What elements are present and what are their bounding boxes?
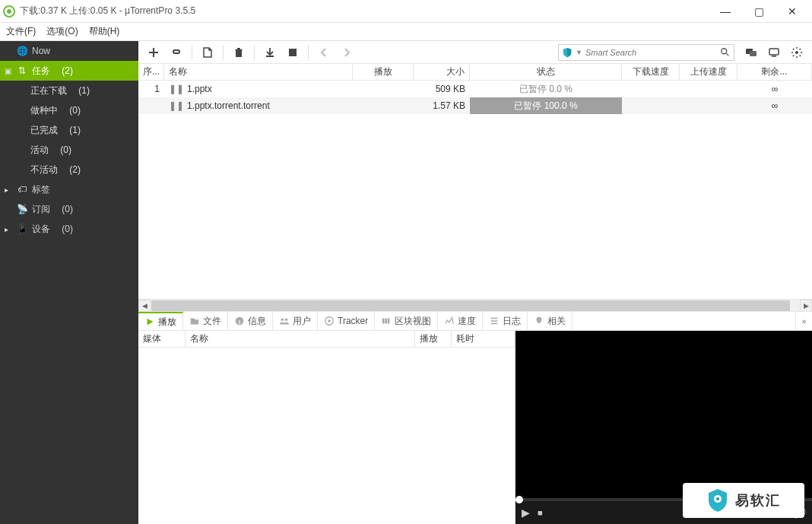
play-button[interactable]: ▶ <box>522 507 530 519</box>
svg-point-5 <box>795 51 798 54</box>
cell-play <box>353 97 414 114</box>
col-size[interactable]: 大小 <box>414 64 470 80</box>
sidebar-item-seeding[interactable]: 做种中 (0) <box>0 100 138 120</box>
menu-file[interactable]: 文件(F) <box>6 25 36 38</box>
cell-down <box>622 81 680 97</box>
tab-related[interactable]: 相关 <box>528 312 573 330</box>
col-media-name[interactable]: 名称 <box>186 331 415 347</box>
title-bar: 下载:0.37 K 上传:0.05 K - µTorrentPro 3.5.5 … <box>0 0 812 23</box>
sidebar-item-completed[interactable]: 已完成 (1) <box>0 120 138 140</box>
menu-help[interactable]: 帮助(H) <box>89 25 120 38</box>
tab-users[interactable]: 用户 <box>273 312 318 330</box>
media-list-body[interactable] <box>138 348 515 524</box>
chat-button[interactable] <box>741 43 762 62</box>
sidebar-item-active[interactable]: 活动 (0) <box>0 140 138 160</box>
sidebar-item-downloading[interactable]: 正在下载 (1) <box>0 81 138 100</box>
expand-icon: ▸ <box>5 186 12 194</box>
dropdown-icon[interactable]: ▼ <box>576 49 582 56</box>
search-box[interactable]: ▼ <box>558 44 734 61</box>
cell-num: 1 <box>138 81 164 97</box>
tab-pieces[interactable]: 区块视图 <box>375 312 438 330</box>
sidebar-item-devices[interactable]: ▸ 📱 设备 (0) <box>0 219 138 239</box>
col-eta[interactable]: 剩余... <box>737 64 812 80</box>
cell-status: 已暂停 0.0 % <box>470 81 622 97</box>
table-row[interactable]: ❚❚ 1.pptx.torrent.torrent 1.57 KB 已暂停 10… <box>138 97 812 114</box>
col-down-speed[interactable]: 下载速度 <box>622 64 680 80</box>
col-media-play[interactable]: 播放 <box>415 331 452 347</box>
tab-speed[interactable]: 速度 <box>438 312 483 330</box>
cell-name: ❚❚ 1.pptx <box>164 81 353 97</box>
sidebar: 🌐 Now ▣ ⇅ 任务 (2) 正在下载 (1) 做种中 (0) 已完成 (1… <box>0 41 138 524</box>
tab-log[interactable]: 日志 <box>483 312 528 330</box>
svg-rect-3 <box>750 51 756 56</box>
horizontal-scrollbar[interactable]: ◀ ▶ <box>138 299 812 311</box>
tab-play[interactable]: 播放 <box>138 312 183 330</box>
tab-overflow-button[interactable]: » <box>795 312 812 330</box>
cell-status: 已暂停 100.0 % <box>470 97 622 114</box>
toolbar: ▼ <box>138 41 812 64</box>
col-media-duration[interactable]: 耗时 <box>452 331 515 347</box>
close-button[interactable]: ✕ <box>776 1 809 22</box>
back-button[interactable] <box>313 43 335 62</box>
sidebar-item-tasks[interactable]: ▣ ⇅ 任务 (2) <box>0 61 138 81</box>
torrent-list-header: 序... 名称 播放 大小 状态 下载速度 上传速度 剩余... <box>138 64 812 81</box>
svg-rect-4 <box>769 49 779 55</box>
expand-icon: ▸ <box>5 225 12 233</box>
menu-bar: 文件(F) 选项(O) 帮助(H) <box>0 23 812 41</box>
media-panel: 媒体 名称 播放 耗时 <box>138 331 515 524</box>
tab-info[interactable]: i信息 <box>228 312 273 330</box>
forward-button[interactable] <box>336 43 357 62</box>
col-media[interactable]: 媒体 <box>138 331 186 347</box>
app-logo-icon <box>3 5 15 17</box>
col-up-speed[interactable]: 上传速度 <box>680 64 737 80</box>
search-icon[interactable] <box>720 47 731 58</box>
cell-eta: ∞ <box>737 81 812 97</box>
search-input[interactable] <box>585 48 717 57</box>
stop-button[interactable] <box>282 43 303 62</box>
svg-point-8 <box>281 319 284 322</box>
tab-files[interactable]: 文件 <box>183 312 228 330</box>
col-status[interactable]: 状态 <box>470 64 622 80</box>
add-torrent-button[interactable] <box>143 43 164 62</box>
torrent-list[interactable]: 1 ❚❚ 1.pptx 509 KB 已暂停 0.0 % ∞ ❚❚ 1.pptx… <box>138 81 812 299</box>
start-button[interactable] <box>259 43 281 62</box>
tab-tracker[interactable]: Tracker <box>318 312 375 330</box>
stop-button[interactable]: ■ <box>538 508 543 517</box>
col-play[interactable]: 播放 <box>353 64 414 80</box>
cell-size: 509 KB <box>414 81 470 97</box>
scroll-right-icon[interactable]: ▶ <box>800 300 812 312</box>
svg-rect-12 <box>382 319 385 324</box>
device-icon: 📱 <box>17 224 27 234</box>
cell-size: 1.57 KB <box>414 97 470 114</box>
sidebar-item-now[interactable]: 🌐 Now <box>0 41 138 61</box>
scroll-thumb[interactable] <box>151 300 790 311</box>
svg-point-9 <box>285 319 288 322</box>
maximize-button[interactable]: ▢ <box>742 1 776 22</box>
svg-rect-13 <box>385 319 387 324</box>
svg-point-16 <box>716 497 719 500</box>
progress-thumb[interactable] <box>515 496 523 503</box>
tag-icon: 🏷 <box>17 184 27 195</box>
cell-num <box>138 97 164 114</box>
delete-button[interactable] <box>228 43 249 62</box>
add-url-button[interactable] <box>166 43 187 62</box>
detail-tabs: 播放 文件 i信息 用户 Tracker 区块视图 速度 日志 相关 » <box>138 311 812 331</box>
sidebar-item-inactive[interactable]: 不活动 (2) <box>0 160 138 179</box>
svg-point-1 <box>722 48 727 53</box>
window-title: 下载:0.37 K 上传:0.05 K - µTorrentPro 3.5.5 <box>20 5 709 17</box>
scroll-left-icon[interactable]: ◀ <box>138 300 151 312</box>
sidebar-item-labels[interactable]: ▸ 🏷 标签 <box>0 179 138 199</box>
remote-button[interactable] <box>763 43 785 62</box>
pause-icon: ❚❚ <box>169 100 184 111</box>
table-row[interactable]: 1 ❚❚ 1.pptx 509 KB 已暂停 0.0 % ∞ <box>138 81 812 97</box>
menu-options[interactable]: 选项(O) <box>46 25 78 38</box>
sidebar-item-feeds[interactable]: 📡 订阅 (0) <box>0 199 138 219</box>
svg-rect-0 <box>289 49 297 56</box>
col-num[interactable]: 序... <box>138 64 164 80</box>
minimize-button[interactable]: — <box>709 1 742 22</box>
create-torrent-button[interactable] <box>197 43 218 62</box>
transfer-icon: ⇅ <box>17 65 27 76</box>
settings-button[interactable] <box>786 43 807 62</box>
col-name[interactable]: 名称 <box>164 64 353 80</box>
cell-eta: ∞ <box>737 97 812 114</box>
